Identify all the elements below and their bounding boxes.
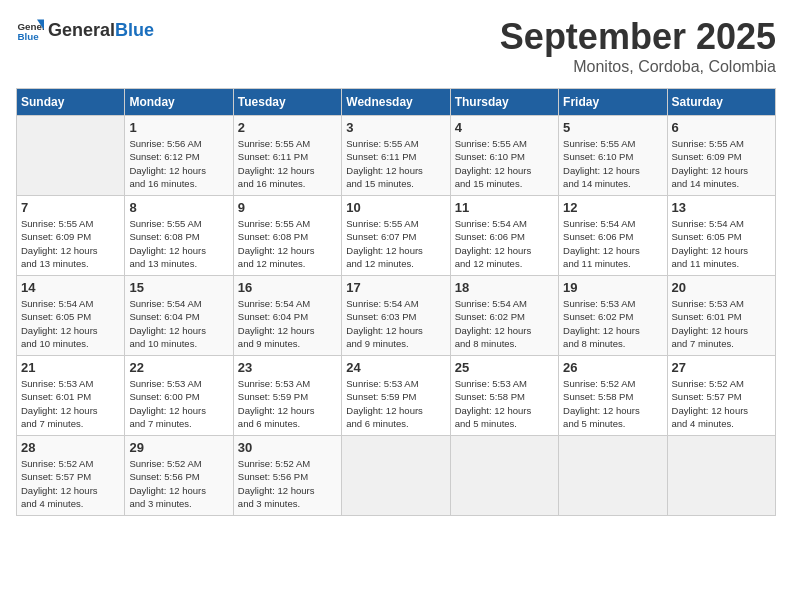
day-info: Sunrise: 5:54 AM Sunset: 6:02 PM Dayligh… xyxy=(455,297,554,350)
calendar-cell: 5Sunrise: 5:55 AM Sunset: 6:10 PM Daylig… xyxy=(559,116,667,196)
day-header-monday: Monday xyxy=(125,89,233,116)
day-info: Sunrise: 5:55 AM Sunset: 6:10 PM Dayligh… xyxy=(455,137,554,190)
day-info: Sunrise: 5:53 AM Sunset: 6:02 PM Dayligh… xyxy=(563,297,662,350)
day-number: 2 xyxy=(238,120,337,135)
day-header-saturday: Saturday xyxy=(667,89,775,116)
day-info: Sunrise: 5:52 AM Sunset: 5:58 PM Dayligh… xyxy=(563,377,662,430)
logo-icon: General Blue xyxy=(16,16,44,44)
week-row-3: 14Sunrise: 5:54 AM Sunset: 6:05 PM Dayli… xyxy=(17,276,776,356)
day-number: 7 xyxy=(21,200,120,215)
day-number: 8 xyxy=(129,200,228,215)
month-title: September 2025 xyxy=(500,16,776,58)
day-number: 17 xyxy=(346,280,445,295)
week-row-4: 21Sunrise: 5:53 AM Sunset: 6:01 PM Dayli… xyxy=(17,356,776,436)
day-number: 15 xyxy=(129,280,228,295)
calendar-cell: 18Sunrise: 5:54 AM Sunset: 6:02 PM Dayli… xyxy=(450,276,558,356)
day-number: 4 xyxy=(455,120,554,135)
week-row-5: 28Sunrise: 5:52 AM Sunset: 5:57 PM Dayli… xyxy=(17,436,776,516)
calendar-cell: 6Sunrise: 5:55 AM Sunset: 6:09 PM Daylig… xyxy=(667,116,775,196)
day-number: 6 xyxy=(672,120,771,135)
calendar-cell xyxy=(667,436,775,516)
calendar-cell: 8Sunrise: 5:55 AM Sunset: 6:08 PM Daylig… xyxy=(125,196,233,276)
day-info: Sunrise: 5:55 AM Sunset: 6:08 PM Dayligh… xyxy=(238,217,337,270)
day-number: 3 xyxy=(346,120,445,135)
calendar-cell: 9Sunrise: 5:55 AM Sunset: 6:08 PM Daylig… xyxy=(233,196,341,276)
day-info: Sunrise: 5:54 AM Sunset: 6:06 PM Dayligh… xyxy=(455,217,554,270)
day-number: 19 xyxy=(563,280,662,295)
day-number: 25 xyxy=(455,360,554,375)
calendar-cell: 15Sunrise: 5:54 AM Sunset: 6:04 PM Dayli… xyxy=(125,276,233,356)
day-number: 12 xyxy=(563,200,662,215)
day-header-friday: Friday xyxy=(559,89,667,116)
day-info: Sunrise: 5:55 AM Sunset: 6:09 PM Dayligh… xyxy=(672,137,771,190)
day-number: 28 xyxy=(21,440,120,455)
day-number: 24 xyxy=(346,360,445,375)
day-number: 16 xyxy=(238,280,337,295)
day-info: Sunrise: 5:55 AM Sunset: 6:08 PM Dayligh… xyxy=(129,217,228,270)
day-info: Sunrise: 5:54 AM Sunset: 6:05 PM Dayligh… xyxy=(21,297,120,350)
day-info: Sunrise: 5:52 AM Sunset: 5:57 PM Dayligh… xyxy=(21,457,120,510)
calendar-cell xyxy=(450,436,558,516)
day-number: 30 xyxy=(238,440,337,455)
day-header-sunday: Sunday xyxy=(17,89,125,116)
calendar-cell: 23Sunrise: 5:53 AM Sunset: 5:59 PM Dayli… xyxy=(233,356,341,436)
calendar-cell: 13Sunrise: 5:54 AM Sunset: 6:05 PM Dayli… xyxy=(667,196,775,276)
calendar-cell: 20Sunrise: 5:53 AM Sunset: 6:01 PM Dayli… xyxy=(667,276,775,356)
day-header-tuesday: Tuesday xyxy=(233,89,341,116)
day-info: Sunrise: 5:53 AM Sunset: 5:59 PM Dayligh… xyxy=(238,377,337,430)
calendar-cell: 1Sunrise: 5:56 AM Sunset: 6:12 PM Daylig… xyxy=(125,116,233,196)
calendar-cell: 26Sunrise: 5:52 AM Sunset: 5:58 PM Dayli… xyxy=(559,356,667,436)
logo: General Blue GeneralBlue xyxy=(16,16,154,44)
day-header-thursday: Thursday xyxy=(450,89,558,116)
page-header: General Blue GeneralBlue September 2025 … xyxy=(16,16,776,76)
day-number: 14 xyxy=(21,280,120,295)
day-number: 1 xyxy=(129,120,228,135)
week-row-2: 7Sunrise: 5:55 AM Sunset: 6:09 PM Daylig… xyxy=(17,196,776,276)
day-number: 29 xyxy=(129,440,228,455)
day-info: Sunrise: 5:54 AM Sunset: 6:06 PM Dayligh… xyxy=(563,217,662,270)
day-info: Sunrise: 5:52 AM Sunset: 5:56 PM Dayligh… xyxy=(129,457,228,510)
calendar-cell: 21Sunrise: 5:53 AM Sunset: 6:01 PM Dayli… xyxy=(17,356,125,436)
calendar-cell: 24Sunrise: 5:53 AM Sunset: 5:59 PM Dayli… xyxy=(342,356,450,436)
day-info: Sunrise: 5:53 AM Sunset: 6:00 PM Dayligh… xyxy=(129,377,228,430)
calendar-cell: 29Sunrise: 5:52 AM Sunset: 5:56 PM Dayli… xyxy=(125,436,233,516)
day-info: Sunrise: 5:55 AM Sunset: 6:07 PM Dayligh… xyxy=(346,217,445,270)
calendar-cell: 17Sunrise: 5:54 AM Sunset: 6:03 PM Dayli… xyxy=(342,276,450,356)
day-number: 22 xyxy=(129,360,228,375)
calendar-cell: 19Sunrise: 5:53 AM Sunset: 6:02 PM Dayli… xyxy=(559,276,667,356)
calendar-cell: 16Sunrise: 5:54 AM Sunset: 6:04 PM Dayli… xyxy=(233,276,341,356)
calendar-cell: 10Sunrise: 5:55 AM Sunset: 6:07 PM Dayli… xyxy=(342,196,450,276)
day-info: Sunrise: 5:52 AM Sunset: 5:57 PM Dayligh… xyxy=(672,377,771,430)
day-info: Sunrise: 5:55 AM Sunset: 6:09 PM Dayligh… xyxy=(21,217,120,270)
calendar-cell: 2Sunrise: 5:55 AM Sunset: 6:11 PM Daylig… xyxy=(233,116,341,196)
day-number: 21 xyxy=(21,360,120,375)
calendar-cell xyxy=(559,436,667,516)
calendar-table: SundayMondayTuesdayWednesdayThursdayFrid… xyxy=(16,88,776,516)
day-info: Sunrise: 5:55 AM Sunset: 6:11 PM Dayligh… xyxy=(346,137,445,190)
day-number: 5 xyxy=(563,120,662,135)
day-number: 26 xyxy=(563,360,662,375)
logo-blue: Blue xyxy=(115,20,154,41)
calendar-cell: 27Sunrise: 5:52 AM Sunset: 5:57 PM Dayli… xyxy=(667,356,775,436)
svg-text:Blue: Blue xyxy=(17,31,39,42)
calendar-cell: 25Sunrise: 5:53 AM Sunset: 5:58 PM Dayli… xyxy=(450,356,558,436)
day-info: Sunrise: 5:54 AM Sunset: 6:05 PM Dayligh… xyxy=(672,217,771,270)
day-info: Sunrise: 5:53 AM Sunset: 6:01 PM Dayligh… xyxy=(672,297,771,350)
day-info: Sunrise: 5:53 AM Sunset: 5:59 PM Dayligh… xyxy=(346,377,445,430)
day-number: 10 xyxy=(346,200,445,215)
day-number: 23 xyxy=(238,360,337,375)
day-number: 27 xyxy=(672,360,771,375)
day-info: Sunrise: 5:55 AM Sunset: 6:11 PM Dayligh… xyxy=(238,137,337,190)
calendar-cell: 12Sunrise: 5:54 AM Sunset: 6:06 PM Dayli… xyxy=(559,196,667,276)
logo-general: General xyxy=(48,20,115,41)
title-area: September 2025 Monitos, Cordoba, Colombi… xyxy=(500,16,776,76)
week-row-1: 1Sunrise: 5:56 AM Sunset: 6:12 PM Daylig… xyxy=(17,116,776,196)
day-info: Sunrise: 5:53 AM Sunset: 6:01 PM Dayligh… xyxy=(21,377,120,430)
day-info: Sunrise: 5:53 AM Sunset: 5:58 PM Dayligh… xyxy=(455,377,554,430)
day-info: Sunrise: 5:54 AM Sunset: 6:04 PM Dayligh… xyxy=(238,297,337,350)
calendar-cell xyxy=(342,436,450,516)
location-title: Monitos, Cordoba, Colombia xyxy=(500,58,776,76)
calendar-cell: 30Sunrise: 5:52 AM Sunset: 5:56 PM Dayli… xyxy=(233,436,341,516)
day-info: Sunrise: 5:54 AM Sunset: 6:04 PM Dayligh… xyxy=(129,297,228,350)
day-info: Sunrise: 5:52 AM Sunset: 5:56 PM Dayligh… xyxy=(238,457,337,510)
